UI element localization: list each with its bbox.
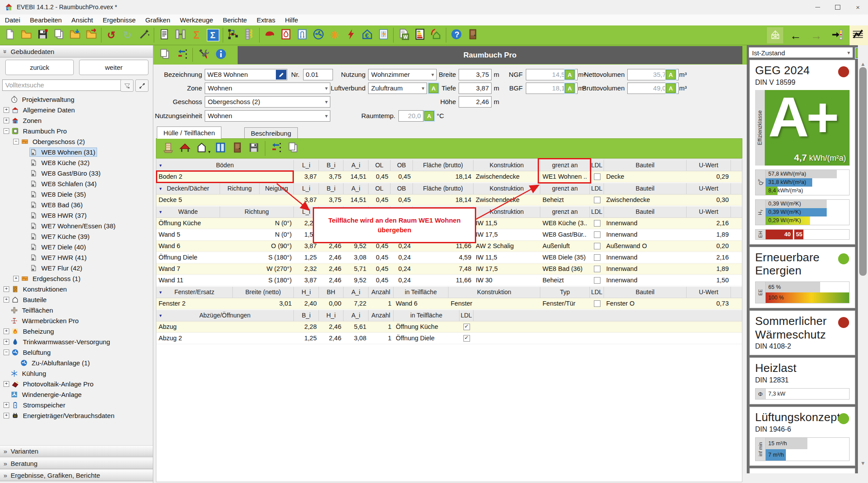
wall-button[interactable] [193,140,210,157]
expand-icon[interactable]: + [4,107,9,113]
column-header[interactable]: OL [369,183,391,194]
column-header[interactable]: grenzt an [540,206,590,217]
nutzung-select[interactable]: Wohnzimmer▾ [368,69,437,80]
arrow-left-button[interactable]: ← [788,27,804,43]
tools-button[interactable] [196,47,211,62]
filter-icon[interactable]: ▼ [159,310,163,321]
table-row[interactable]: Abzug 21,252,463,081Öffnung Diele✓ [156,333,742,344]
tree-item[interactable]: +Allgemeine Daten [0,105,153,115]
copy-button[interactable] [285,140,301,157]
door-button[interactable] [229,140,246,157]
back-button[interactable]: zurück [5,60,74,75]
tab-huelle-teilflaechen[interactable]: Hülle / Teilflächen [157,126,221,139]
column-header[interactable]: in Teilfläche [394,310,459,321]
tree-item[interactable]: WE8 Küche (32) [0,157,153,168]
luftverbund-select[interactable]: Zuluftraum▾ [368,83,427,94]
sum-orange-button[interactable]: Σ [188,27,205,43]
column-header[interactable]: Bauteil [604,183,687,194]
tree-item[interactable]: Windenergie-Anlage [0,389,153,400]
column-header[interactable]: A_i [344,310,369,321]
column-header[interactable]: B_i [294,310,319,321]
menu-ansicht[interactable]: Ansicht [67,15,98,25]
solar-sun-button[interactable]: ☀ [326,27,343,43]
column-header[interactable]: Neigung [260,183,294,194]
geschoss-select[interactable]: Obergeschoss (2)▾ [205,96,330,108]
copy-button[interactable] [157,47,172,62]
ldl-checkbox[interactable] [594,220,600,227]
filter-button[interactable] [120,79,134,92]
chart-button[interactable] [850,27,866,43]
ldl-checkbox[interactable] [594,243,600,249]
schema-button[interactable] [225,27,241,43]
report-button[interactable] [156,27,172,43]
goto-record-button[interactable] [829,27,845,43]
scroll-down-icon[interactable]: ▼ [858,460,868,466]
column-header[interactable]: BH [319,287,344,298]
column-header[interactable]: OL [369,160,391,171]
expand-icon[interactable]: + [4,339,9,345]
column-header[interactable]: A_i [344,183,369,194]
variant-select[interactable]: Ist-Zustand▾ [749,47,853,58]
expand-icon[interactable]: + [4,328,9,334]
auto-button[interactable]: A [666,83,676,93]
maximize-button[interactable] [828,0,848,14]
column-header[interactable]: Fläche (brutto) [413,183,474,194]
ldl-checkbox[interactable] [594,277,600,284]
tree-item[interactable]: +Beheizung [0,326,153,336]
tree-item[interactable]: WE8 HWR (37) [0,210,153,220]
table-row[interactable]: Wand 7W (270°)2,322,465,710,450,247,48IW… [156,263,742,275]
ldl-checkbox[interactable] [594,266,600,272]
window-button[interactable] [212,140,229,157]
column-header[interactable]: B_i [319,183,344,194]
column-header[interactable]: Bauteil [604,287,687,298]
menu-datei[interactable]: Datei [0,15,25,25]
sidebar-header[interactable]: » Gebäudedaten [0,45,153,58]
column-header[interactable]: H_i [294,287,319,298]
menu-werkzeuge[interactable]: Werkzeuge [175,15,218,25]
column-header[interactable]: LDL [590,206,604,217]
collapse-icon[interactable]: − [13,139,19,144]
column-header[interactable]: OB [391,160,413,171]
tree-item[interactable]: +Konstruktionen [0,284,153,294]
chevron-down-icon[interactable]: ▾ [208,149,210,154]
column-header[interactable]: LDL [590,183,604,194]
tiefe-input[interactable]: 3,87 [459,83,492,94]
ldl-checkbox-checked[interactable]: ✓ [463,324,470,330]
ldl-checkbox[interactable] [594,231,600,238]
nr-input[interactable]: 0.01 [303,69,333,80]
tree-item[interactable]: WE7 Diele (40) [0,242,153,252]
column-header[interactable]: LDL [590,160,604,171]
column-header[interactable]: Richtung [220,206,294,217]
column-header[interactable]: Decken/Dächer▼ [156,183,220,194]
sum-blue-button[interactable]: Σ [205,27,221,43]
panel-ergebnisse[interactable]: »Ergebnisse, Grafiken, Berichte [0,469,153,481]
expand-icon[interactable]: + [4,286,9,292]
table-row[interactable]: Fenster 23,012,400,007,221Wand 6FensterF… [156,298,742,310]
zone-select[interactable]: Wohnen▾ [205,83,330,94]
ldl-checkbox-checked[interactable]: ✓ [463,335,470,342]
tree-item[interactable]: +Bauteile [0,294,153,305]
tree-item[interactable]: WE7 Küche (39) [0,231,153,242]
raumtemp-input[interactable]: 20,0 [398,110,423,122]
tree-item[interactable]: WE8 Bad (36) [0,199,153,210]
house-arc-button[interactable] [428,27,444,43]
column-header[interactable]: H_i [319,310,344,321]
column-header[interactable]: Wände▼ [156,206,220,217]
expand-icon[interactable]: + [4,297,9,303]
electricity-bolt-button[interactable] [343,27,359,43]
next-button[interactable]: weiter [79,60,148,75]
import-folder-button[interactable] [67,27,83,43]
tab-beschreibung[interactable]: Beschreibung [244,127,298,139]
menu-grafiken[interactable]: Grafiken [141,15,175,25]
menu-extras[interactable]: Extras [252,15,280,25]
column-header[interactable]: L_i [294,160,319,171]
wizard-button[interactable] [136,27,152,43]
collapse-icon[interactable]: − [4,128,9,134]
swap-button[interactable] [268,140,285,157]
auto-button[interactable]: A [666,70,676,79]
column-header[interactable]: Richtung [220,183,260,194]
column-header[interactable]: in Teilfläche [394,287,448,298]
expand-icon[interactable]: + [4,413,9,418]
save-button[interactable] [34,27,51,43]
filter-icon[interactable]: ▼ [159,207,163,217]
